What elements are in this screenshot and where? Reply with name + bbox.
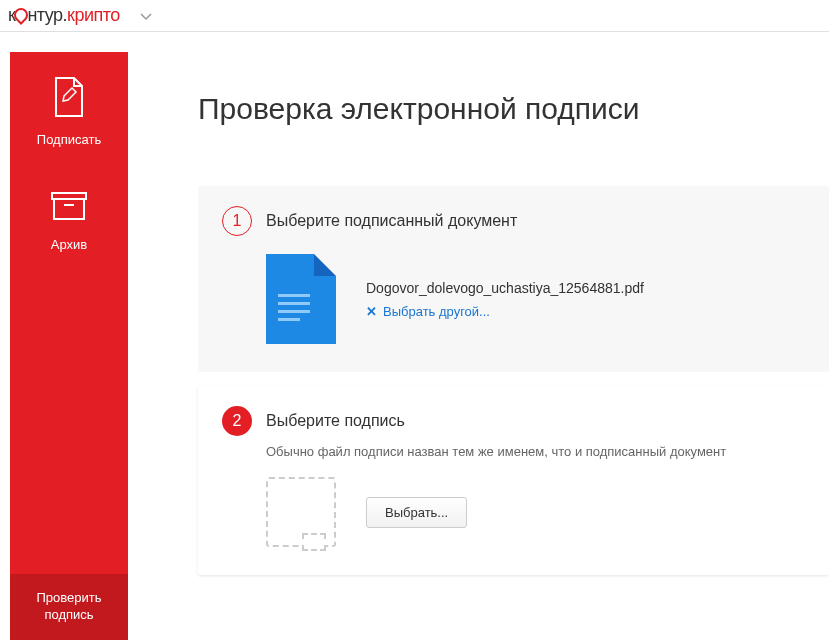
step-1-number: 1 xyxy=(222,206,252,236)
file-name: Dogovor_dolevogo_uchastiya_12564881.pdf xyxy=(366,280,644,296)
chevron-down-icon xyxy=(140,13,152,21)
choose-file-button[interactable]: Выбрать... xyxy=(366,497,467,528)
sidebar-item-label: Архив xyxy=(51,237,87,254)
file-row: Dogovor_dolevogo_uchastiya_12564881.pdf … xyxy=(266,254,805,344)
step-2-subtitle: Обычно файл подписи назван тем же именем… xyxy=(266,444,805,459)
document-lines-icon xyxy=(278,294,310,326)
step-1-header: 1 Выберите подписанный документ xyxy=(222,206,805,236)
upload-row: Выбрать... xyxy=(266,477,805,547)
step-2-card: 2 Выберите подпись Обычно файл подписи н… xyxy=(198,386,829,575)
document-icon xyxy=(266,254,336,344)
upload-inner-icon xyxy=(302,533,326,551)
sidebar-item-label: Проверить подпись xyxy=(18,590,120,624)
archive-icon xyxy=(50,189,88,227)
header: кнтур.крипто xyxy=(0,0,829,32)
header-dropdown[interactable] xyxy=(140,7,152,25)
logo-text-3: крипто xyxy=(67,5,120,25)
sidebar-item-sign[interactable]: Подписать xyxy=(10,52,128,165)
sidebar-item-verify[interactable]: Проверить подпись xyxy=(10,574,128,640)
container: Подписать Архив Проверить подпись Провер… xyxy=(0,52,829,640)
step-2-number: 2 xyxy=(222,406,252,436)
page-title: Проверка электронной подписи xyxy=(198,92,829,126)
sidebar: Подписать Архив Проверить подпись xyxy=(10,52,128,640)
sidebar-spacer xyxy=(10,270,128,574)
step-2-title: Выберите подпись xyxy=(266,412,405,430)
logo-text-2: нтур. xyxy=(27,5,67,25)
choose-another-label: Выбрать другой... xyxy=(383,304,490,319)
close-icon: ✕ xyxy=(366,304,377,319)
main-content: Проверка электронной подписи 1 Выберите … xyxy=(128,52,829,640)
choose-another-link[interactable]: ✕ Выбрать другой... xyxy=(366,304,644,319)
logo: кнтур.крипто xyxy=(8,5,120,26)
step-2-header: 2 Выберите подпись xyxy=(222,406,805,436)
sign-icon xyxy=(50,76,88,122)
step-1-title: Выберите подписанный документ xyxy=(266,212,517,230)
sidebar-item-archive[interactable]: Архив xyxy=(10,165,128,270)
sidebar-item-label: Подписать xyxy=(37,132,101,149)
file-info: Dogovor_dolevogo_uchastiya_12564881.pdf … xyxy=(366,280,644,319)
step-1-card: 1 Выберите подписанный документ Dogovor_… xyxy=(198,186,829,372)
upload-placeholder-icon[interactable] xyxy=(266,477,336,547)
